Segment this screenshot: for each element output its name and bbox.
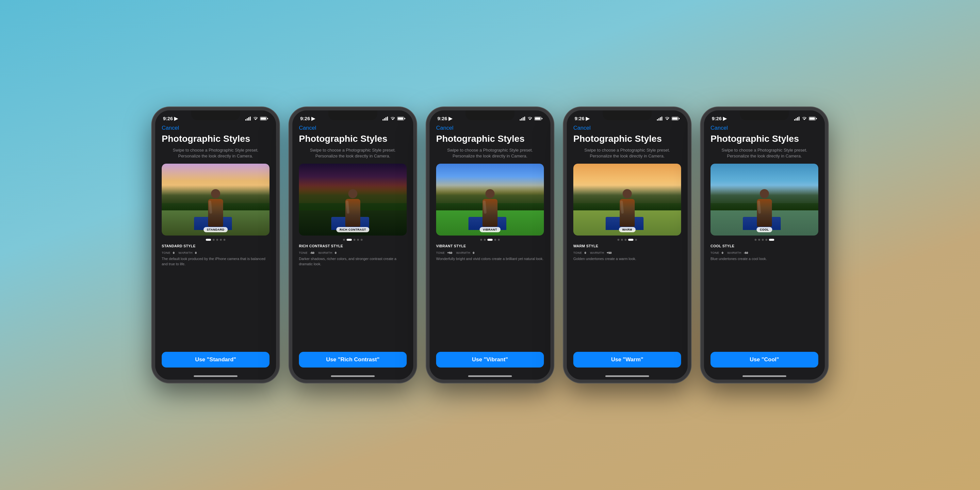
cancel-button[interactable]: Cancel	[573, 125, 681, 131]
tone-param: TONE -50	[299, 249, 314, 255]
svg-rect-2	[248, 117, 249, 121]
screen-content-cool: Cancel Photographic Styles Swipe to choo…	[704, 125, 825, 374]
carousel-dot-2	[353, 239, 355, 241]
carousel-dots[interactable]	[573, 239, 681, 241]
svg-rect-24	[662, 117, 662, 121]
svg-rect-22	[659, 118, 660, 121]
carousel-dot-3	[494, 239, 496, 241]
warmth-param: WARMTH 0	[318, 249, 336, 255]
photo-person	[345, 189, 361, 228]
carousel-dot-2	[762, 239, 764, 241]
style-params: TONE 0 WARMTH 0	[162, 249, 269, 255]
battery-icon	[260, 117, 268, 121]
tone-label: TONE	[162, 251, 170, 255]
status-time: 9:26 ▶	[438, 116, 452, 121]
svg-rect-5	[261, 118, 266, 120]
person-body	[345, 199, 360, 227]
svg-rect-16	[523, 117, 523, 121]
photo-bg: RICH CONTRAST	[299, 164, 407, 235]
signal-icon	[382, 117, 388, 121]
svg-rect-8	[384, 118, 385, 121]
svg-rect-19	[535, 118, 541, 120]
phone-wrapper-warm: 9:26 ▶	[563, 107, 691, 383]
svg-rect-13	[404, 118, 406, 119]
person-body	[757, 199, 772, 227]
use-style-button[interactable]: Use "Vibrant"	[436, 352, 544, 368]
warmth-value: 0	[473, 251, 474, 255]
phone-notch	[603, 110, 652, 120]
phone-screen-cool: 9:26 ▶	[704, 110, 825, 380]
carousel-dots[interactable]	[436, 239, 544, 241]
phone-cool: 9:26 ▶	[701, 107, 828, 383]
style-name: WARM STYLE	[573, 244, 681, 248]
style-label-badge: STANDARD	[204, 227, 228, 232]
photo-person	[756, 189, 773, 228]
battery-icon	[397, 117, 406, 121]
warmth-label: WARMTH	[590, 251, 604, 255]
phone-screen-standard: 9:26 ▶	[155, 110, 276, 380]
use-style-button[interactable]: Use "Warm"	[573, 352, 681, 368]
carousel-dots[interactable]	[162, 239, 269, 241]
person-body	[482, 199, 498, 227]
status-icons	[657, 117, 680, 121]
use-style-button[interactable]: Use "Cool"	[711, 352, 818, 368]
photo-bg: COOL	[711, 164, 818, 235]
person-head	[348, 189, 357, 198]
page-title: Photographic Styles	[436, 134, 544, 144]
tone-label: TONE	[573, 251, 582, 255]
photo-preview: COOL	[711, 164, 818, 235]
use-style-button[interactable]: Use "Standard"	[162, 352, 269, 368]
svg-rect-23	[660, 117, 661, 121]
svg-rect-26	[672, 118, 678, 120]
home-indicator	[331, 375, 375, 377]
svg-rect-20	[542, 118, 542, 119]
person-head	[623, 189, 632, 198]
screen-content-vibrant: Cancel Photographic Styles Swipe to choo…	[430, 125, 550, 374]
svg-rect-12	[398, 118, 403, 120]
cancel-button[interactable]: Cancel	[299, 125, 407, 131]
carousel-dot-0	[755, 239, 757, 241]
use-style-button[interactable]: Use "Rich Contrast"	[299, 352, 407, 368]
photo-preview: RICH CONTRAST	[299, 164, 407, 235]
style-info: COOL STYLE TONE 0 WARMTH -50 Blue unde	[711, 244, 818, 261]
style-description: The default look produced by the iPhone …	[162, 256, 269, 267]
style-info: WARM STYLE TONE 0 WARMTH +50 Golden un	[573, 244, 681, 261]
person-head	[760, 189, 769, 198]
tone-param: TONE +50	[436, 249, 452, 255]
carousel-dots[interactable]	[711, 239, 818, 241]
wifi-icon	[665, 117, 670, 121]
signal-icon	[520, 117, 525, 121]
cancel-button[interactable]: Cancel	[162, 125, 269, 131]
carousel-dot-4	[498, 239, 500, 241]
page-subtitle: Swipe to choose a Photographic Style pre…	[299, 147, 407, 159]
warmth-value: 0	[335, 251, 336, 255]
svg-rect-15	[521, 118, 522, 121]
carousel-dot-2	[216, 239, 218, 241]
carousel-dots[interactable]	[299, 239, 407, 241]
svg-rect-30	[797, 117, 798, 121]
cancel-button[interactable]: Cancel	[436, 125, 544, 131]
photo-bg: STANDARD	[162, 164, 269, 235]
warmth-param: WARMTH 0	[178, 249, 197, 255]
warmth-param: WARMTH 0	[457, 249, 475, 255]
carousel-dot-0	[206, 239, 211, 241]
status-icons	[382, 117, 406, 121]
style-label-badge: VIBRANT	[480, 227, 500, 232]
tone-value: 0	[584, 251, 586, 255]
page-title: Photographic Styles	[711, 134, 818, 144]
page-title: Photographic Styles	[162, 134, 269, 144]
carousel-dot-4	[635, 239, 637, 241]
page-title: Photographic Styles	[573, 134, 681, 144]
tone-value: 0	[173, 251, 175, 255]
phone-screen-warm: 9:26 ▶	[567, 110, 687, 380]
cancel-button[interactable]: Cancel	[711, 125, 818, 131]
person-body	[620, 199, 635, 227]
tone-param: TONE 0	[162, 249, 175, 255]
phone-notch	[740, 110, 789, 120]
photo-person	[207, 189, 224, 228]
photo-person	[619, 189, 635, 228]
battery-icon	[535, 117, 542, 121]
style-info: VIBRANT STYLE TONE +50 WARMTH 0 Wonder	[436, 244, 544, 261]
screen-content-warm: Cancel Photographic Styles Swipe to choo…	[567, 125, 687, 374]
signal-icon	[794, 117, 800, 121]
